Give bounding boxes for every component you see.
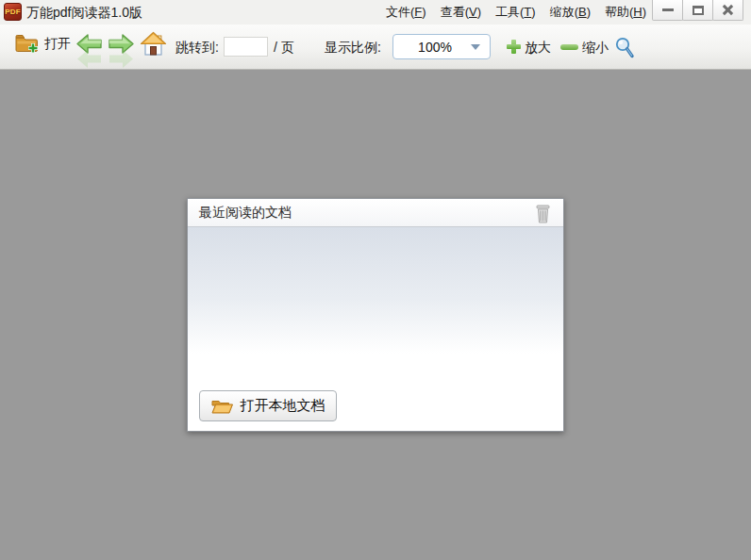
recent-documents-title: 最近阅读的文档: [188, 205, 292, 222]
scale-dropdown-value: 100%: [393, 40, 471, 55]
close-button[interactable]: [712, 0, 743, 21]
document-canvas: 最近阅读的文档: [0, 70, 751, 560]
zoom-in-button[interactable]: 放大: [525, 39, 551, 56]
window-title: 万能pdf阅读器1.0版: [26, 5, 142, 22]
menu-view[interactable]: 查看(V): [438, 2, 484, 23]
open-local-document-button[interactable]: 打开本地文档: [199, 390, 337, 421]
maximize-button[interactable]: [682, 0, 713, 21]
plus-icon[interactable]: [507, 40, 521, 54]
pdf-app-icon: PDF: [4, 3, 22, 21]
recent-documents-list: 打开本地文档: [188, 227, 563, 431]
page-suffix-label: / 页: [274, 39, 294, 56]
minus-icon[interactable]: [560, 44, 578, 50]
arrow-right-reflection: [107, 47, 135, 70]
window-controls: [653, 0, 743, 21]
folder-add-icon: [15, 33, 41, 55]
open-button[interactable]: 打开: [15, 33, 71, 55]
jump-to-label: 跳转到:: [175, 39, 219, 56]
recent-documents-header: 最近阅读的文档: [188, 199, 563, 227]
jump-to-input[interactable]: [224, 37, 268, 57]
back-button[interactable]: [75, 33, 104, 61]
magnifier-icon: [614, 37, 635, 59]
menu-file[interactable]: 文件(F): [383, 2, 429, 23]
home-icon: [140, 31, 167, 58]
app-window: PDF 万能pdf阅读器1.0版 文件(F) 查看(V) 工具(T) 缩放(B)…: [0, 0, 751, 560]
search-button[interactable]: [614, 37, 635, 63]
close-icon: [722, 4, 734, 16]
open-local-document-label: 打开本地文档: [241, 397, 325, 415]
menu-bar: 文件(F) 查看(V) 工具(T) 缩放(B) 帮助(H): [383, 0, 649, 25]
open-button-label: 打开: [44, 36, 71, 53]
chevron-down-icon: [471, 44, 480, 50]
minimize-icon: [662, 8, 674, 11]
scale-label: 显示比例:: [325, 39, 381, 56]
toolbar: 打开: [0, 25, 751, 70]
clear-recent-button[interactable]: [531, 203, 554, 225]
zoom-out-button[interactable]: 缩小: [582, 39, 609, 56]
menu-zoom[interactable]: 缩放(B): [547, 2, 593, 23]
trash-icon: [534, 205, 552, 224]
maximize-icon: [693, 6, 704, 15]
open-folder-icon: [211, 398, 233, 415]
menu-tools[interactable]: 工具(T): [492, 2, 539, 23]
recent-documents-dialog: 最近阅读的文档: [187, 198, 564, 432]
menu-help[interactable]: 帮助(H): [602, 2, 649, 23]
arrow-left-reflection: [75, 47, 104, 70]
home-button[interactable]: [140, 31, 167, 62]
title-bar: PDF 万能pdf阅读器1.0版 文件(F) 查看(V) 工具(T) 缩放(B)…: [0, 0, 751, 25]
scale-dropdown[interactable]: 100%: [392, 34, 491, 59]
forward-button[interactable]: [107, 33, 135, 61]
minimize-button[interactable]: [652, 0, 683, 21]
